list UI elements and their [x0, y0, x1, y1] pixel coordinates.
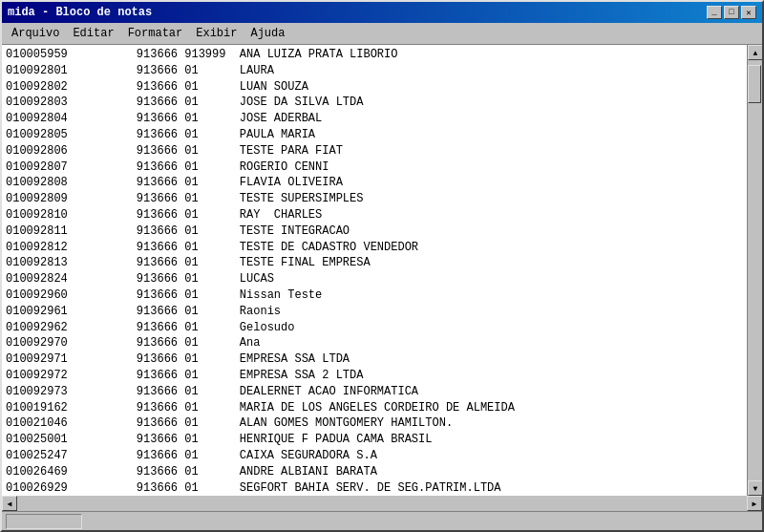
bottom-bar: ◀ ▶: [2, 496, 762, 511]
window-title: mida - Bloco de notas: [8, 6, 152, 19]
menu-editar[interactable]: Editar: [67, 25, 119, 42]
menu-arquivo[interactable]: Arquivo: [6, 25, 65, 42]
scroll-right-button[interactable]: ▶: [747, 496, 762, 511]
status-bar: [2, 511, 762, 530]
menu-formatar[interactable]: Formatar: [122, 25, 189, 42]
main-window: mida - Bloco de notas _ □ ✕ Arquivo Edit…: [0, 0, 764, 532]
scroll-down-button[interactable]: ▼: [748, 480, 762, 496]
status-panel: [6, 514, 82, 529]
text-content[interactable]: 010005959 913666 913999 ANA LUIZA PRATA …: [2, 45, 747, 496]
vertical-scrollbar[interactable]: ▲ ▼: [747, 45, 762, 496]
menu-ajuda[interactable]: Ajuda: [244, 25, 290, 42]
minimize-button[interactable]: _: [707, 6, 722, 19]
menu-bar: Arquivo Editar Formatar Exibir Ajuda: [2, 23, 762, 45]
horizontal-scrollbar[interactable]: ◀ ▶: [2, 496, 762, 511]
h-scroll-track[interactable]: [17, 496, 747, 511]
scroll-thumb[interactable]: [748, 65, 761, 103]
scroll-up-button[interactable]: ▲: [748, 45, 762, 60]
scroll-left-button[interactable]: ◀: [2, 496, 17, 511]
title-bar: mida - Bloco de notas _ □ ✕: [2, 2, 762, 23]
scroll-track[interactable]: [748, 60, 762, 480]
content-area: 010005959 913666 913999 ANA LUIZA PRATA …: [2, 45, 762, 496]
maximize-button[interactable]: □: [724, 6, 739, 19]
menu-exibir[interactable]: Exibir: [190, 25, 243, 42]
close-button[interactable]: ✕: [741, 6, 756, 19]
title-bar-buttons: _ □ ✕: [707, 6, 756, 19]
